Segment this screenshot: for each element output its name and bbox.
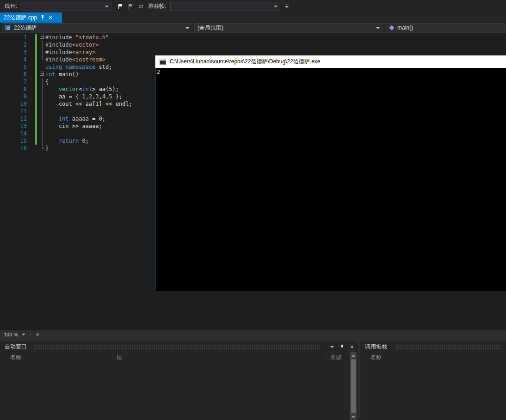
change-indicator xyxy=(35,78,37,85)
hscroll-left-icon[interactable] xyxy=(36,333,38,336)
console-output[interactable]: 2 xyxy=(155,68,506,291)
column-name[interactable]: 名称 xyxy=(10,353,21,361)
line-number[interactable]: 14 xyxy=(0,130,27,137)
editor-statusbar: 100 % xyxy=(0,330,506,339)
member-dropdown-value: main() xyxy=(397,24,413,31)
change-indicator xyxy=(35,56,37,63)
zoom-selector[interactable]: 100 % xyxy=(4,332,25,337)
thread-toolbar-icons: ⇄ xyxy=(118,3,143,9)
change-indicator xyxy=(35,34,37,41)
close-icon[interactable]: × xyxy=(49,14,52,21)
debug-toolbar: 线程: ⇄ 堆栈帧: xyxy=(0,0,506,12)
autos-titlebar[interactable]: 自动窗口 × xyxy=(0,341,358,352)
console-app-icon xyxy=(160,59,166,65)
code-text[interactable]: aa = { 1,2,3,4,5 }; xyxy=(45,93,122,100)
autos-vertical-scrollbar[interactable] xyxy=(350,352,357,420)
chevron-down-icon xyxy=(105,6,109,7)
zoom-level: 100 % xyxy=(4,332,18,337)
column-value[interactable]: 值 xyxy=(117,353,122,361)
change-indicator xyxy=(35,130,37,137)
window-menu-icon[interactable] xyxy=(330,346,334,348)
scroll-down-icon[interactable] xyxy=(350,414,357,420)
code-text[interactable]: int aaaaa = 0; xyxy=(45,115,105,122)
autos-body[interactable] xyxy=(0,361,358,420)
titlebar-grip xyxy=(395,344,501,349)
code-text[interactable]: vector<int> aa(5); xyxy=(45,85,119,93)
fold-guide xyxy=(39,122,45,130)
change-indicator xyxy=(35,137,37,145)
chevron-down-icon xyxy=(274,6,278,7)
change-indicator xyxy=(35,85,37,93)
column-name[interactable]: 名称 xyxy=(370,353,382,361)
fold-toggle-icon[interactable]: − xyxy=(39,71,45,78)
callstack-titlebar[interactable]: 调用堆栈 xyxy=(360,341,506,352)
change-indicator xyxy=(35,145,37,152)
column-type[interactable]: 类型 xyxy=(330,353,341,361)
code-line: 1−#include "stdafx.h" xyxy=(0,34,506,41)
line-number[interactable]: 11 xyxy=(0,108,27,115)
callstack-body[interactable] xyxy=(360,361,506,420)
fold-guide xyxy=(39,41,45,49)
scrollbar-thumb[interactable] xyxy=(351,359,356,413)
column-separator[interactable] xyxy=(113,353,113,360)
pin-icon[interactable] xyxy=(340,344,344,350)
thread-combobox[interactable] xyxy=(21,2,111,11)
console-output-text: 2 xyxy=(157,69,160,75)
fold-guide xyxy=(39,56,45,63)
console-window: C:\Users\Liuhao\source\repos\22范德萨\Debug… xyxy=(155,55,506,291)
line-number[interactable]: 9 xyxy=(0,93,27,100)
change-indicator xyxy=(35,122,37,130)
line-number[interactable]: 3 xyxy=(0,49,27,56)
pin-icon[interactable] xyxy=(41,15,45,20)
cpp-file-icon xyxy=(5,25,11,30)
line-number[interactable]: 16 xyxy=(0,145,27,152)
change-indicator xyxy=(35,93,37,100)
code-text[interactable]: cout << aa[1] << endl; xyxy=(45,100,132,108)
code-text[interactable]: #include<vector> xyxy=(45,41,99,49)
code-text[interactable]: { xyxy=(45,78,49,85)
toggle-flagged-threads-icon[interactable] xyxy=(128,4,133,9)
code-text[interactable]: int main() xyxy=(45,71,79,78)
code-text[interactable]: #include<iostream> xyxy=(45,56,105,63)
code-text[interactable]: return 0; xyxy=(45,137,89,145)
line-number[interactable]: 13 xyxy=(0,122,27,130)
code-text[interactable]: cin >> aaaaa; xyxy=(45,122,102,130)
line-number[interactable]: 4 xyxy=(0,56,27,63)
line-number[interactable]: 8 xyxy=(0,85,27,93)
line-number[interactable]: 5 xyxy=(0,63,27,71)
line-number[interactable]: 6 xyxy=(0,71,27,78)
toolbar-overflow-icon[interactable] xyxy=(285,5,289,8)
fold-guide xyxy=(39,100,45,108)
code-text[interactable]: using namespace std; xyxy=(45,63,112,71)
fold-guide xyxy=(39,93,45,100)
fold-guide xyxy=(39,49,45,56)
scroll-up-icon[interactable] xyxy=(350,352,357,359)
close-icon[interactable]: × xyxy=(350,344,354,350)
member-dropdown[interactable]: main() xyxy=(385,23,505,32)
stack-frame-label: 堆栈帧: xyxy=(148,2,166,10)
flag-current-thread-icon[interactable] xyxy=(118,4,123,9)
autos-titlebar-icons: × xyxy=(330,341,354,352)
line-number[interactable]: 1 xyxy=(0,34,27,41)
bracket-guide xyxy=(46,85,46,148)
fold-toggle-icon[interactable]: − xyxy=(39,34,45,41)
line-number[interactable]: 7 xyxy=(0,78,27,85)
code-line: 2#include<vector> xyxy=(0,41,506,49)
tab-22fandesa-cpp[interactable]: 22范德萨.cpp × xyxy=(0,12,62,23)
code-text[interactable]: #include "stdafx.h" xyxy=(45,34,109,41)
line-number[interactable]: 15 xyxy=(0,137,27,145)
column-separator[interactable] xyxy=(327,353,327,360)
change-indicator xyxy=(35,115,37,122)
console-titlebar[interactable]: C:\Users\Liuhao\source\repos\22范德萨\Debug… xyxy=(155,55,506,68)
callstack-panel: 调用堆栈 名称 xyxy=(360,341,506,420)
fold-guide xyxy=(39,137,45,145)
line-number[interactable]: 2 xyxy=(0,41,27,49)
line-number[interactable]: 12 xyxy=(0,115,27,122)
show-threads-in-source-icon[interactable]: ⇄ xyxy=(138,3,143,9)
project-dropdown[interactable]: 22范德萨 xyxy=(2,23,192,32)
code-text[interactable]: #include<array> xyxy=(45,49,95,56)
chevron-down-icon xyxy=(376,27,380,29)
stack-frame-combobox[interactable] xyxy=(170,2,280,11)
scope-dropdown[interactable]: (全局范围) xyxy=(194,23,383,32)
line-number[interactable]: 10 xyxy=(0,100,27,108)
